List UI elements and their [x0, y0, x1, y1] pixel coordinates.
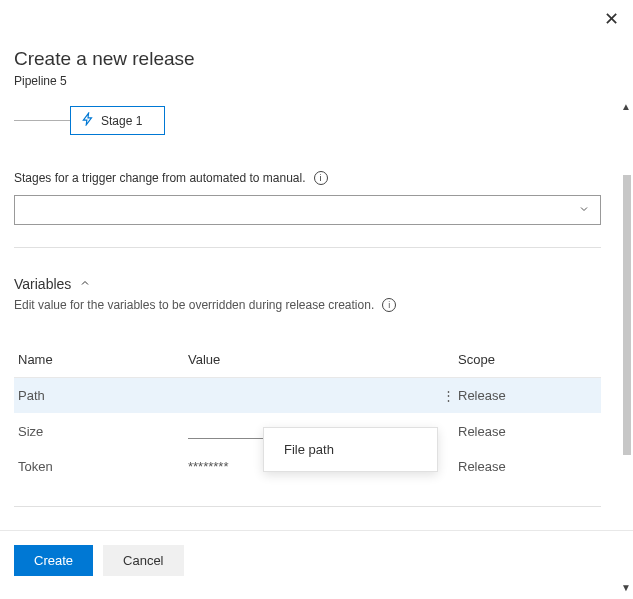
chevron-up-icon — [79, 276, 91, 292]
col-value: Value — [188, 352, 438, 367]
triggers-label: Stages for a trigger change from automat… — [14, 171, 306, 185]
stage-chip[interactable]: Stage 1 — [70, 106, 165, 135]
table-row[interactable]: Path ⋮ Release — [14, 378, 601, 413]
var-scope: Release — [458, 459, 598, 474]
variables-table: Name Value Scope Path ⋮ Release Size Rel… — [14, 342, 601, 507]
footer: Create Cancel — [0, 531, 633, 590]
lightning-icon — [81, 112, 95, 129]
tooltip-text: File path — [284, 442, 334, 457]
triggers-label-row: Stages for a trigger change from automat… — [14, 171, 601, 185]
var-name: Token — [18, 459, 188, 474]
var-scope: Release — [458, 388, 598, 403]
variables-heading-label: Variables — [14, 276, 71, 292]
triggers-dropdown[interactable] — [14, 195, 601, 225]
scroll-down-icon[interactable]: ▼ — [619, 581, 633, 595]
divider — [14, 506, 601, 507]
pipeline-name: Pipeline 5 — [14, 74, 601, 88]
var-name: Path — [18, 388, 188, 403]
variables-subtext: Edit value for the variables to be overr… — [14, 298, 374, 312]
more-icon[interactable]: ⋮ — [438, 388, 458, 403]
col-name: Name — [18, 352, 188, 367]
stage-label: Stage 1 — [101, 114, 142, 128]
create-release-panel: Create a new release Pipeline 5 Stage 1 … — [0, 0, 615, 530]
page-title: Create a new release — [14, 48, 601, 70]
table-header: Name Value Scope — [14, 342, 601, 378]
variables-heading[interactable]: Variables — [14, 276, 601, 292]
stage-connector — [14, 120, 70, 121]
value-input[interactable] — [188, 423, 268, 439]
scroll-thumb[interactable] — [623, 175, 631, 455]
cancel-button[interactable]: Cancel — [103, 545, 183, 576]
col-scope: Scope — [458, 352, 598, 367]
var-scope: Release — [458, 424, 598, 439]
variables-subtext-row: Edit value for the variables to be overr… — [14, 298, 601, 312]
tooltip: File path — [263, 427, 438, 472]
info-icon[interactable]: i — [314, 171, 328, 185]
scroll-up-icon[interactable]: ▲ — [619, 100, 633, 114]
chevron-down-icon — [578, 201, 590, 219]
stage-row: Stage 1 — [14, 106, 601, 135]
create-button[interactable]: Create — [14, 545, 93, 576]
var-name: Size — [18, 424, 188, 439]
info-icon[interactable]: i — [382, 298, 396, 312]
divider — [14, 247, 601, 248]
scrollbar[interactable]: ▲ ▼ — [619, 0, 633, 599]
